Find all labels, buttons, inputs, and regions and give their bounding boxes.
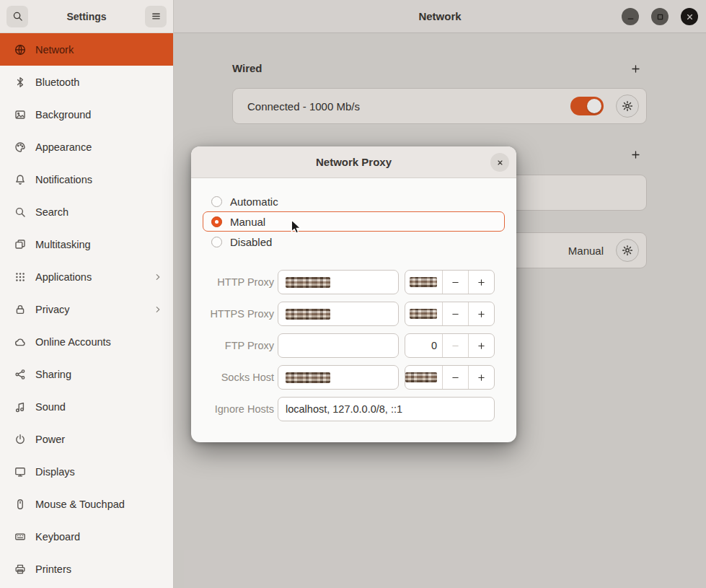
decrement-button[interactable] xyxy=(442,271,468,294)
plus-icon xyxy=(477,310,486,319)
sidebar-item-sharing[interactable]: Sharing xyxy=(0,358,173,390)
sidebar-item-keyboard[interactable]: Keyboard xyxy=(0,520,173,553)
sidebar-item-bluetooth[interactable]: Bluetooth xyxy=(0,66,173,98)
https-proxy-input[interactable] xyxy=(278,302,399,326)
sidebar-item-privacy[interactable]: Privacy xyxy=(0,293,173,325)
sidebar-item-label: Applications xyxy=(35,271,92,283)
window-controls xyxy=(622,8,698,25)
http-proxy-input[interactable] xyxy=(278,270,399,294)
maximize-button[interactable] xyxy=(651,8,669,25)
sidebar-item-label: Privacy xyxy=(35,304,70,315)
plus-icon xyxy=(477,373,486,382)
minimize-button[interactable] xyxy=(622,8,639,25)
increment-button[interactable] xyxy=(468,334,494,357)
chevron-right-icon xyxy=(153,272,163,282)
sidebar-item-online-accounts[interactable]: Online Accounts xyxy=(0,325,173,358)
field-label: HTTPS Proxy xyxy=(203,308,274,320)
add-wired-connection-button[interactable] xyxy=(625,58,646,79)
field-label: Ignore Hosts xyxy=(203,403,274,415)
add-vpn-button[interactable] xyxy=(625,144,646,165)
wired-toggle-switch[interactable] xyxy=(570,97,604,115)
sidebar-item-label: Power xyxy=(35,434,65,445)
chevron-right-icon xyxy=(153,304,163,315)
sidebar-item-label: Keyboard xyxy=(35,531,80,543)
proxy-method-value: Manual xyxy=(568,245,604,257)
ftp-proxy-text-input[interactable] xyxy=(286,340,391,351)
sidebar-item-network[interactable]: Network xyxy=(0,33,173,66)
sidebar-item-notifications[interactable]: Notifications xyxy=(0,163,173,196)
decrement-button[interactable] xyxy=(442,366,468,389)
ignore-hosts-text-input[interactable] xyxy=(286,403,487,415)
https-proxy-port-stepper xyxy=(405,302,495,326)
sidebar-nav: Network Bluetooth Background Appearance … xyxy=(0,33,173,588)
power-icon xyxy=(14,434,26,445)
dialog-body: Automatic Manual Disabled HTTP Proxy xyxy=(191,178,516,421)
ftp-proxy-input[interactable] xyxy=(278,333,399,358)
sidebar-item-label: Appearance xyxy=(35,141,92,153)
close-button[interactable] xyxy=(681,8,698,25)
sidebar-item-power[interactable]: Power xyxy=(0,423,173,455)
sidebar-item-label: Displays xyxy=(35,466,75,478)
plus-icon xyxy=(477,278,486,287)
globe-icon xyxy=(14,44,26,56)
radio-row-manual[interactable]: Manual xyxy=(203,211,505,232)
field-label: Socks Host xyxy=(203,372,274,383)
sidebar-item-mouse-touchpad[interactable]: Mouse & Touchpad xyxy=(0,488,173,520)
plus-icon xyxy=(630,149,641,160)
wired-connection-row[interactable]: Connected - 1000 Mb/s xyxy=(232,88,647,124)
socks-host-row: Socks Host xyxy=(203,365,505,390)
ftp-proxy-row: FTP Proxy 0 xyxy=(203,333,505,358)
port-value[interactable] xyxy=(405,271,442,294)
keyboard-icon xyxy=(14,531,26,543)
redacted-value xyxy=(286,309,330,320)
port-value[interactable] xyxy=(405,366,442,389)
plus-icon xyxy=(630,63,641,74)
search-button[interactable] xyxy=(6,6,28,27)
windows-icon xyxy=(14,239,26,250)
bluetooth-icon xyxy=(14,76,26,88)
proxy-settings-button[interactable] xyxy=(616,239,639,262)
minus-icon xyxy=(451,373,460,382)
settings-window: Settings Network Bluetooth Background Ap… xyxy=(0,0,706,588)
minus-icon xyxy=(451,310,460,319)
increment-button[interactable] xyxy=(468,271,494,294)
bell-icon xyxy=(14,174,26,185)
increment-button[interactable] xyxy=(468,302,494,325)
share-icon xyxy=(14,369,26,380)
ignore-hosts-input[interactable] xyxy=(278,397,495,421)
sidebar-item-search[interactable]: Search xyxy=(0,196,173,228)
wired-settings-button[interactable] xyxy=(616,95,639,118)
decrement-button[interactable] xyxy=(442,334,468,357)
dialog-close-button[interactable] xyxy=(490,153,509,172)
radio-row-automatic[interactable]: Automatic xyxy=(203,191,505,211)
ignore-hosts-row: Ignore Hosts xyxy=(203,397,505,421)
sidebar-item-displays[interactable]: Displays xyxy=(0,455,173,488)
ftp-proxy-port-stepper: 0 xyxy=(405,333,495,358)
gear-icon xyxy=(622,100,633,112)
port-value[interactable] xyxy=(405,302,442,325)
field-label: FTP Proxy xyxy=(203,340,274,351)
close-icon xyxy=(496,159,504,167)
menu-button[interactable] xyxy=(145,6,167,27)
sidebar-item-label: Notifications xyxy=(35,174,92,185)
sidebar-item-sound[interactable]: Sound xyxy=(0,390,173,423)
socks-host-input[interactable] xyxy=(278,365,399,390)
sidebar-item-appearance[interactable]: Appearance xyxy=(0,131,173,163)
search-icon xyxy=(12,11,23,22)
radio-row-disabled[interactable]: Disabled xyxy=(203,232,505,252)
hamburger-icon xyxy=(151,11,162,22)
sidebar-item-background[interactable]: Background xyxy=(0,98,173,131)
sidebar-item-multitasking[interactable]: Multitasking xyxy=(0,228,173,260)
page-title: Network xyxy=(418,10,461,22)
magnifier-icon xyxy=(14,206,26,218)
socks-port-stepper xyxy=(405,365,495,390)
increment-button[interactable] xyxy=(468,366,494,389)
sidebar-item-printers[interactable]: Printers xyxy=(0,553,173,585)
minimize-icon xyxy=(626,12,635,22)
sidebar-item-applications[interactable]: Applications xyxy=(0,260,173,293)
sidebar-item-label: Sharing xyxy=(35,369,71,380)
port-value[interactable]: 0 xyxy=(405,334,442,357)
music-note-icon xyxy=(14,401,26,413)
redacted-value xyxy=(286,277,330,288)
decrement-button[interactable] xyxy=(442,302,468,325)
